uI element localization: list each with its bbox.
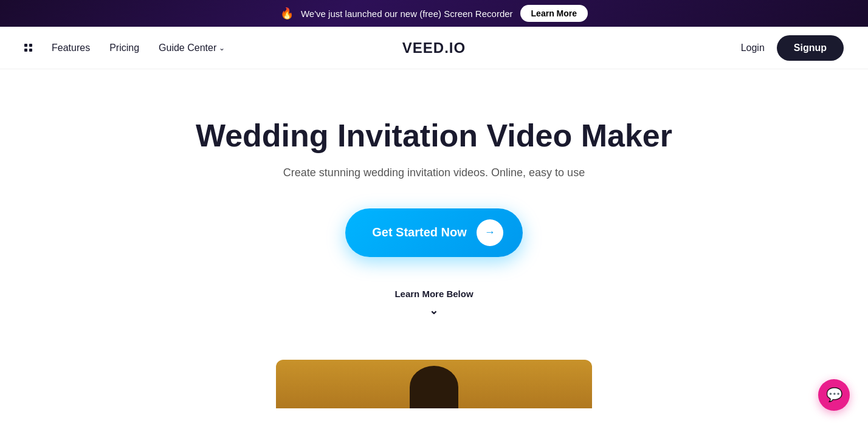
nav-right: Login Signup [741,35,844,61]
arrow-circle-icon: → [477,219,503,246]
chat-button[interactable]: 💬 [818,379,850,408]
nav-left: Features Pricing Guide Center ⌄ [24,43,741,53]
features-grid-icon[interactable] [24,44,32,52]
guide-center-nav-link[interactable]: Guide Center ⌄ [159,43,225,53]
learn-more-button[interactable]: Learn More [520,5,588,22]
chat-icon: 💬 [826,387,842,403]
hero-subtitle: Create stunning wedding invitation video… [283,166,585,179]
features-nav-link[interactable]: Features [52,43,90,53]
get-started-label: Get Started Now [372,225,467,239]
preview-card [276,360,592,408]
login-button[interactable]: Login [741,43,765,53]
guide-center-chevron-icon: ⌄ [219,44,225,52]
site-logo[interactable]: VEED.IO [402,39,466,57]
learn-more-below-label: Learn More Below [394,289,473,299]
preview-section [0,360,868,408]
fire-icon: 🔥 [280,7,294,20]
navbar: Features Pricing Guide Center ⌄ VEED.IO … [0,27,868,69]
person-silhouette [410,366,458,408]
hero-section: Wedding Invitation Video Maker Create st… [0,69,868,354]
banner-text: We've just launched our new (free) Scree… [301,9,513,19]
signup-button[interactable]: Signup [777,35,844,61]
hero-title: Wedding Invitation Video Maker [196,118,672,154]
pricing-nav-link[interactable]: Pricing [109,43,139,53]
announcement-banner: 🔥 We've just launched our new (free) Scr… [0,0,868,27]
get-started-button[interactable]: Get Started Now → [345,208,523,257]
chevron-down-icon: ⌄ [429,304,438,317]
preview-person [276,360,592,408]
learn-more-below[interactable]: Learn More Below ⌄ [394,289,473,317]
